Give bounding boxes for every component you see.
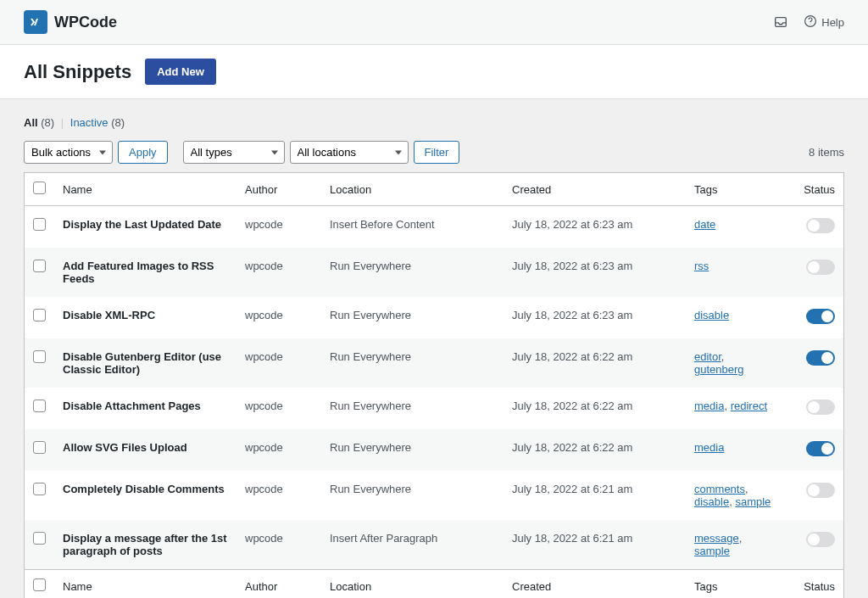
filter-button[interactable]: Filter — [414, 141, 460, 164]
tag-link[interactable]: date — [694, 218, 715, 231]
author-cell: wpcode — [236, 429, 321, 471]
location-cell: Run Everywhere — [321, 471, 504, 520]
created-cell: July 18, 2022 at 6:22 am — [504, 338, 686, 388]
row-checkbox[interactable] — [33, 532, 46, 545]
row-checkbox[interactable] — [33, 350, 46, 363]
select-all-checkbox-top[interactable] — [33, 182, 46, 194]
table-row: Display a message after the 1st paragrap… — [25, 520, 844, 570]
created-cell: July 18, 2022 at 6:23 am — [504, 297, 686, 338]
tablenav-top: Bulk actions Apply All types All locatio… — [24, 141, 844, 164]
snippet-name[interactable]: Add Featured Images to RSS Feeds — [63, 260, 214, 285]
col-header-name[interactable]: Name — [54, 173, 236, 206]
location-cell: Insert After Paragraph — [321, 520, 504, 570]
tag-link[interactable]: media — [694, 441, 724, 454]
snippet-name[interactable]: Display a message after the 1st paragrap… — [63, 532, 227, 557]
row-checkbox[interactable] — [33, 218, 46, 231]
snippet-name[interactable]: Disable Attachment Pages — [63, 400, 201, 412]
tag-link[interactable]: disable — [694, 495, 729, 508]
col-header-created[interactable]: Created — [504, 173, 686, 206]
tags-cell: disable — [686, 297, 785, 338]
filter-all-count: (8) — [41, 116, 54, 129]
col-header-location[interactable]: Location — [321, 173, 504, 206]
logo[interactable]: WPCode — [24, 10, 117, 34]
topbar: WPCode Help — [0, 0, 868, 45]
snippet-name[interactable]: Disable Gutenberg Editor (use Classic Ed… — [63, 350, 221, 376]
tag-link[interactable]: disable — [694, 309, 729, 321]
author-cell: wpcode — [236, 388, 321, 429]
add-new-button[interactable]: Add New — [145, 59, 216, 85]
help-link[interactable]: Help — [804, 14, 844, 31]
snippet-name[interactable]: Completely Disable Comments — [63, 483, 225, 495]
row-checkbox[interactable] — [33, 400, 46, 412]
tablenav-left: Bulk actions Apply All types All locatio… — [24, 141, 459, 164]
created-cell: July 18, 2022 at 6:23 am — [504, 248, 686, 297]
items-count-top: 8 items — [809, 146, 844, 159]
brand-name: WPCode — [54, 14, 117, 31]
col-header-author[interactable]: Author — [236, 173, 321, 206]
locations-select[interactable]: All locations — [290, 141, 409, 164]
snippet-name[interactable]: Display the Last Updated Date — [63, 218, 221, 231]
snippet-name[interactable]: Disable XML-RPC — [63, 309, 155, 321]
col-footer-location: Location — [321, 570, 504, 599]
snippet-name[interactable]: Allow SVG Files Upload — [63, 441, 187, 454]
tag-link[interactable]: redirect — [731, 400, 767, 412]
tag-link[interactable]: sample — [735, 495, 771, 508]
col-footer-status: Status — [785, 570, 844, 599]
filter-separator: | — [61, 116, 64, 129]
table-row: Disable Attachment PageswpcodeRun Everyw… — [25, 388, 844, 429]
tags-cell: comments, disable, sample — [686, 471, 785, 520]
tags-cell: date — [686, 206, 785, 249]
status-toggle[interactable] — [806, 260, 835, 275]
author-cell: wpcode — [236, 297, 321, 338]
inbox-icon[interactable] — [773, 14, 788, 30]
tag-link[interactable]: media — [694, 400, 724, 412]
select-all-checkbox-bottom[interactable] — [33, 578, 46, 591]
filter-all[interactable]: All — [24, 116, 38, 129]
row-checkbox[interactable] — [33, 441, 46, 454]
tag-link[interactable]: rss — [694, 260, 709, 272]
bulk-actions-select[interactable]: Bulk actions — [24, 141, 113, 164]
location-cell: Run Everywhere — [321, 248, 504, 297]
table-row: Completely Disable CommentswpcodeRun Eve… — [25, 471, 844, 520]
col-header-status[interactable]: Status — [785, 173, 844, 206]
content: All (8) | Inactive (8) Bulk actions Appl… — [0, 99, 868, 598]
filter-views: All (8) | Inactive (8) — [24, 116, 844, 129]
row-checkbox[interactable] — [33, 260, 46, 272]
tags-cell: media — [686, 429, 785, 471]
author-cell: wpcode — [236, 471, 321, 520]
status-toggle[interactable] — [806, 441, 835, 456]
tag-link[interactable]: message — [694, 532, 739, 545]
status-toggle[interactable] — [806, 218, 835, 233]
snippets-table: Name Author Location Created Tags Status… — [24, 172, 844, 598]
location-cell: Run Everywhere — [321, 338, 504, 388]
status-toggle[interactable] — [806, 309, 835, 324]
svg-rect-0 — [776, 18, 787, 27]
tag-link[interactable]: sample — [694, 545, 730, 557]
types-select[interactable]: All types — [183, 141, 285, 164]
created-cell: July 18, 2022 at 6:23 am — [504, 206, 686, 249]
row-checkbox[interactable] — [33, 309, 46, 321]
apply-button[interactable]: Apply — [118, 141, 168, 164]
location-cell: Run Everywhere — [321, 429, 504, 471]
tag-link[interactable]: comments — [694, 483, 745, 495]
col-header-tags[interactable]: Tags — [686, 173, 785, 206]
col-footer-created: Created — [504, 570, 686, 599]
status-toggle[interactable] — [806, 350, 835, 366]
col-footer-author: Author — [236, 570, 321, 599]
table-row: Allow SVG Files UploadwpcodeRun Everywhe… — [25, 429, 844, 471]
col-footer-name: Name — [54, 570, 236, 599]
filter-inactive[interactable]: Inactive — [70, 116, 108, 129]
table-row: Display the Last Updated DatewpcodeInser… — [25, 206, 844, 249]
author-cell: wpcode — [236, 206, 321, 249]
tag-link[interactable]: gutenberg — [694, 363, 744, 376]
tag-link[interactable]: editor — [694, 350, 721, 363]
tags-cell: media, redirect — [686, 388, 785, 429]
svg-point-2 — [810, 24, 811, 25]
status-toggle[interactable] — [806, 400, 835, 415]
tags-cell: rss — [686, 248, 785, 297]
status-toggle[interactable] — [806, 483, 835, 498]
author-cell: wpcode — [236, 520, 321, 570]
row-checkbox[interactable] — [33, 483, 46, 495]
created-cell: July 18, 2022 at 6:22 am — [504, 388, 686, 429]
status-toggle[interactable] — [806, 532, 835, 547]
